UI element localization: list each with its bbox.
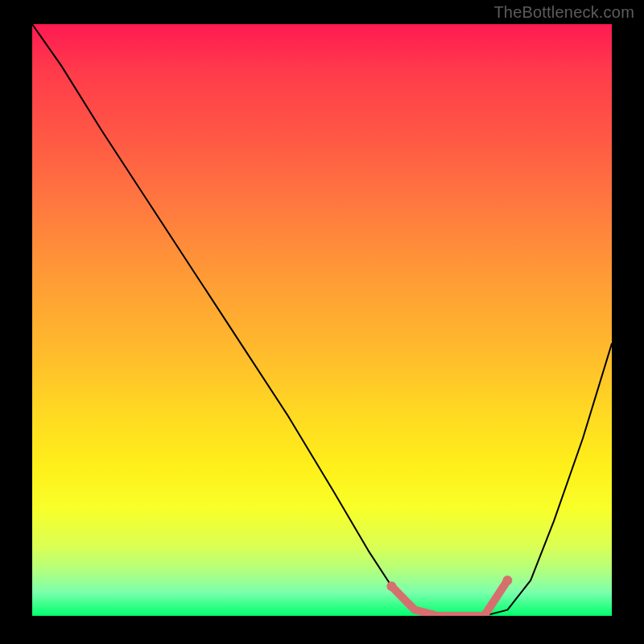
highlight-start-dot [386, 581, 396, 591]
plot-area [32, 24, 612, 616]
curve-svg [32, 24, 612, 616]
highlight-end-dot [502, 576, 512, 585]
optimal-range-highlight [391, 580, 507, 616]
watermark-label: TheBottleneck.com [493, 3, 634, 22]
bottleneck-curve [32, 24, 612, 616]
chart-frame: TheBottleneck.com [0, 0, 644, 644]
